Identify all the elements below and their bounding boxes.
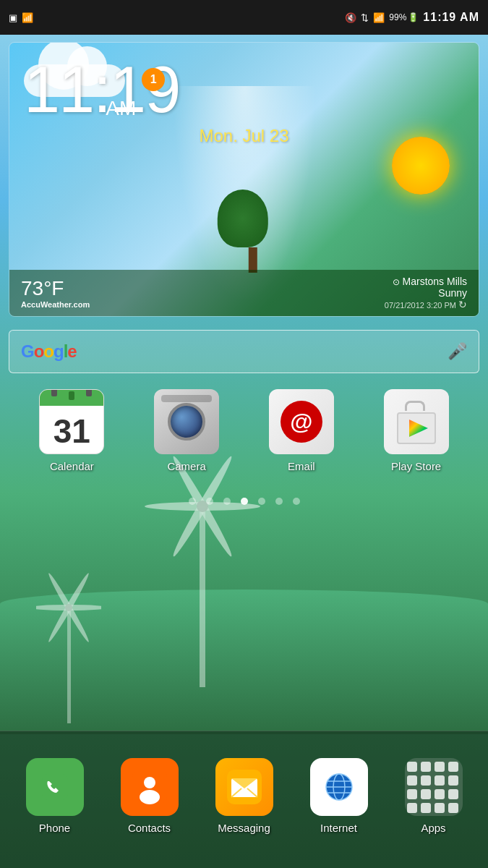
messaging-icon (215, 758, 273, 816)
email-label: Email (288, 460, 315, 472)
voice-search-icon[interactable]: 🎤 (448, 342, 467, 361)
internet-svg (322, 770, 356, 804)
mute-icon: 🔇 (345, 12, 356, 23)
status-right-icons: 🔇 ⇅ 📶 99%🔋 11:19 AM (345, 11, 479, 24)
contacts-dock-item[interactable]: Contacts (110, 758, 189, 834)
apps-dot (448, 803, 458, 813)
battery-percent: 99% (389, 12, 406, 22)
svg-rect-11 (42, 774, 68, 800)
weather-updated: 07/21/2012 3:20 PM ↻ (385, 299, 467, 310)
email-at-symbol: @ (281, 401, 322, 443)
apps-dot (421, 789, 431, 799)
apps-dot (407, 762, 417, 772)
sync-icon: ⇅ (361, 12, 369, 23)
playstore-app[interactable]: Play Store (373, 389, 460, 472)
time-container: 11:19 AM 1 (24, 57, 179, 122)
page-dot-3[interactable] (223, 498, 231, 505)
email-app[interactable]: @ Email (258, 389, 345, 472)
contacts-label: Contacts (128, 822, 171, 834)
playstore-icon (384, 389, 449, 454)
internet-label: Internet (320, 822, 357, 834)
svg-point-13 (144, 777, 155, 788)
svg-rect-5 (67, 608, 71, 723)
calendar-icon: 31 (39, 389, 104, 454)
internet-icon (310, 758, 368, 816)
accuweather-logo: AccuWeather.com (21, 300, 90, 309)
apps-dot (448, 762, 458, 772)
contacts-icon (121, 758, 179, 816)
weather-clock-overlay: 11:19 AM 1 Mon. Jul 23 (24, 57, 464, 146)
wind-turbine-2 (36, 535, 101, 723)
page-dot-4-active[interactable] (241, 498, 248, 505)
camera-icon (154, 389, 219, 454)
apps-dot (435, 803, 445, 813)
messaging-svg (227, 770, 262, 804)
apps-dot (407, 789, 417, 799)
calendar-app[interactable]: 31 Calendar (28, 389, 115, 472)
apps-dock-item[interactable]: Apps (394, 758, 474, 834)
weather-location: ⊙ Marstons Mills (385, 276, 467, 287)
weather-temperature: 73°F (21, 277, 90, 300)
weather-widget[interactable]: 11:19 AM 1 Mon. Jul 23 73°F AccuWeather.… (9, 42, 479, 317)
apps-dot (435, 789, 445, 799)
signal-icon: 📶 (373, 12, 385, 23)
page-indicators (0, 498, 488, 505)
sim-icon: ▣ (9, 12, 17, 23)
messaging-dock-item[interactable]: Messaging (205, 758, 284, 834)
weather-tree (238, 190, 267, 273)
weather-condition: Sunny (385, 287, 467, 299)
email-icon: @ (269, 389, 334, 454)
status-left-icons: ▣ 📶 (9, 12, 33, 23)
apps-dot (435, 762, 445, 772)
weather-left: 73°F AccuWeather.com (21, 277, 90, 309)
svg-point-9 (65, 604, 72, 611)
wifi-icon: 📶 (22, 12, 33, 23)
contacts-svg (132, 770, 167, 804)
app-icons-row: 31 Calendar Camera @ Email (0, 389, 488, 472)
svg-point-14 (140, 790, 160, 804)
apps-label: Apps (421, 822, 445, 834)
phone-svg (39, 771, 71, 803)
dock: Phone Contacts (0, 731, 488, 868)
internet-dock-item[interactable]: Internet (299, 758, 379, 834)
svg-rect-0 (200, 506, 205, 687)
svg-marker-10 (409, 420, 428, 437)
apps-dot (448, 775, 458, 786)
apps-dot (407, 775, 417, 786)
status-bar: ▣ 📶 🔇 ⇅ 📶 99%🔋 11:19 AM (0, 0, 488, 35)
apps-dot (421, 762, 431, 772)
apps-dot (435, 775, 445, 786)
camera-label: Camera (167, 460, 205, 472)
playstore-label: Play Store (391, 460, 441, 472)
notification-badge[interactable]: 1 (142, 68, 165, 91)
phone-icon (26, 758, 84, 816)
battery-icon: 99%🔋 (389, 12, 419, 22)
apps-dot (407, 803, 417, 813)
phone-label: Phone (39, 822, 70, 834)
page-dot-1[interactable] (189, 498, 196, 505)
status-time: 11:19 AM (423, 11, 479, 24)
google-search-bar[interactable]: Google 🎤 (9, 330, 479, 373)
weather-right: ⊙ Marstons Mills Sunny 07/21/2012 3:20 P… (385, 276, 467, 310)
page-dot-2[interactable] (206, 498, 213, 505)
weather-bottom-bar: 73°F AccuWeather.com ⊙ Marstons Mills Su… (9, 270, 479, 316)
page-dot-6[interactable] (275, 498, 283, 505)
main-screen: 11:19 AM 1 Mon. Jul 23 73°F AccuWeather.… (0, 35, 488, 868)
page-dot-5[interactable] (258, 498, 265, 505)
weather-ampm: AM (106, 97, 136, 120)
apps-dot (421, 775, 431, 786)
messaging-label: Messaging (218, 822, 270, 834)
page-dot-7[interactable] (293, 498, 300, 505)
camera-app[interactable]: Camera (143, 389, 230, 472)
google-logo: Google (21, 341, 77, 362)
refresh-icon[interactable]: ↻ (458, 299, 467, 310)
apps-dot (421, 803, 431, 813)
calendar-date: 31 (40, 406, 103, 454)
apps-icon (405, 758, 463, 816)
calendar-label: Calendar (50, 460, 94, 472)
apps-dot (448, 789, 458, 799)
phone-dock-item[interactable]: Phone (15, 758, 95, 834)
weather-date: Mon. Jul 23 (24, 126, 464, 146)
